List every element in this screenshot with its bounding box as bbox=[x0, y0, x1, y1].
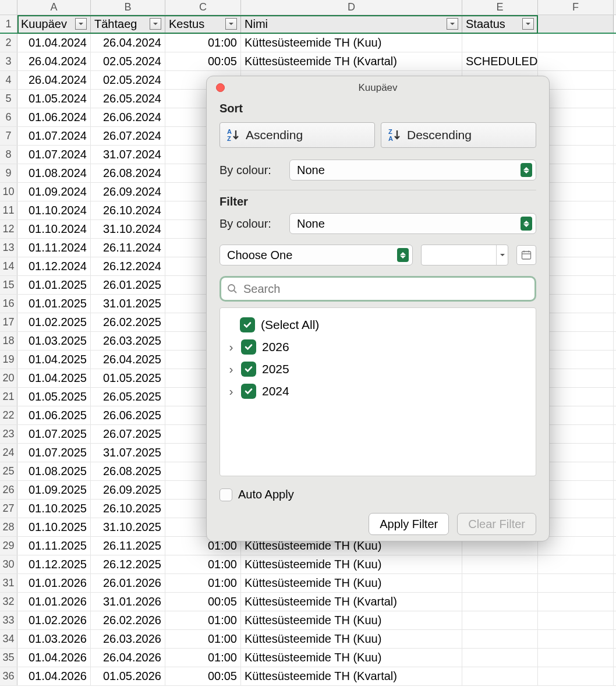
cell[interactable] bbox=[538, 34, 614, 52]
cell[interactable]: 26.02.2026 bbox=[91, 611, 165, 629]
date-picker-button[interactable] bbox=[516, 245, 536, 265]
cell[interactable]: 01.03.2025 bbox=[17, 332, 91, 350]
cell[interactable]: 01.05.2025 bbox=[17, 388, 91, 406]
cell[interactable]: Küttesüsteemide TH (Kvartal) bbox=[241, 593, 462, 611]
search-field[interactable] bbox=[243, 282, 529, 296]
cell[interactable]: 01.04.2024 bbox=[17, 34, 91, 52]
cell[interactable] bbox=[538, 611, 614, 629]
cell[interactable]: 01.07.2025 bbox=[17, 444, 91, 462]
row-header[interactable]: 7 bbox=[0, 127, 17, 145]
filter-condition-select[interactable]: Choose One bbox=[220, 245, 413, 265]
cell[interactable]: 26.04.2026 bbox=[91, 649, 165, 667]
row-header[interactable]: 28 bbox=[0, 518, 17, 536]
cell[interactable]: 26.07.2024 bbox=[91, 127, 165, 145]
chevron-right-icon[interactable]: › bbox=[227, 362, 235, 376]
row-header[interactable]: 35 bbox=[0, 649, 17, 667]
cell[interactable] bbox=[462, 611, 538, 629]
cell[interactable]: 01.04.2026 bbox=[17, 667, 91, 685]
cell[interactable] bbox=[462, 574, 538, 592]
cell[interactable] bbox=[538, 593, 614, 611]
cell[interactable]: 26.08.2024 bbox=[91, 164, 165, 182]
cell[interactable]: 02.05.2024 bbox=[91, 71, 165, 89]
cell[interactable]: 26.11.2024 bbox=[91, 239, 165, 257]
cell[interactable]: 26.04.2024 bbox=[91, 34, 165, 52]
row-header[interactable]: 6 bbox=[0, 108, 17, 126]
cell[interactable]: 26.11.2025 bbox=[91, 537, 165, 555]
row-header[interactable]: 1 bbox=[0, 15, 17, 33]
cell[interactable] bbox=[538, 630, 614, 648]
cell[interactable]: 26.03.2025 bbox=[91, 332, 165, 350]
row-header[interactable]: 5 bbox=[0, 90, 17, 108]
cell[interactable]: 26.12.2025 bbox=[91, 555, 165, 573]
cell[interactable]: 31.10.2024 bbox=[91, 220, 165, 238]
col-header-C[interactable]: C bbox=[165, 0, 241, 15]
cell[interactable]: 01.10.2024 bbox=[17, 220, 91, 238]
cell[interactable]: 01.06.2025 bbox=[17, 406, 91, 424]
sort-descending-button[interactable]: Z A Descending bbox=[381, 122, 536, 148]
header-cell-nimi[interactable]: Nimi bbox=[241, 15, 462, 33]
cell[interactable]: 01.08.2024 bbox=[17, 164, 91, 182]
cell[interactable] bbox=[538, 555, 614, 573]
cell[interactable]: 26.03.2026 bbox=[91, 630, 165, 648]
row-header[interactable]: 20 bbox=[0, 369, 17, 387]
cell[interactable]: Küttesüsteemide TH (Kuu) bbox=[241, 555, 462, 573]
cell[interactable] bbox=[538, 574, 614, 592]
row-header[interactable]: 16 bbox=[0, 295, 17, 313]
col-header-D[interactable]: D bbox=[241, 0, 462, 15]
cell[interactable]: 01:00 bbox=[165, 574, 241, 592]
row-header[interactable]: 15 bbox=[0, 276, 17, 294]
row-header[interactable]: 17 bbox=[0, 313, 17, 331]
cell[interactable]: 01.11.2024 bbox=[17, 239, 91, 257]
chevron-right-icon[interactable]: › bbox=[227, 340, 235, 354]
cell[interactable]: Küttesüsteemide TH (Kuu) bbox=[241, 574, 462, 592]
cell[interactable]: 01.04.2026 bbox=[17, 649, 91, 667]
row-header[interactable]: 25 bbox=[0, 462, 17, 480]
row-header[interactable]: 4 bbox=[0, 71, 17, 89]
cell[interactable]: 01:00 bbox=[165, 649, 241, 667]
select-all-item[interactable]: (Select All) bbox=[227, 314, 529, 336]
dialog-titlebar[interactable]: Kuupäev bbox=[207, 76, 549, 100]
row-header[interactable]: 2 bbox=[0, 34, 17, 52]
filter-dropdown-button[interactable] bbox=[447, 18, 458, 30]
col-header-F[interactable]: F bbox=[538, 0, 614, 15]
cell[interactable]: 01.09.2025 bbox=[17, 481, 91, 499]
filter-search-input[interactable] bbox=[221, 278, 534, 300]
cell[interactable]: Küttesüsteemide TH (Kvartal) bbox=[241, 667, 462, 685]
cell[interactable]: 26.06.2025 bbox=[91, 406, 165, 424]
cell[interactable]: Küttesüsteemide TH (Kuu) bbox=[241, 649, 462, 667]
col-header-B[interactable]: B bbox=[91, 0, 165, 15]
row-header[interactable]: 19 bbox=[0, 350, 17, 369]
cell[interactable] bbox=[462, 593, 538, 611]
cell[interactable]: 26.07.2025 bbox=[91, 425, 165, 443]
clear-filter-button[interactable]: Clear Filter bbox=[457, 513, 536, 535]
cell[interactable]: 26.10.2025 bbox=[91, 500, 165, 518]
row-header[interactable]: 12 bbox=[0, 220, 17, 238]
cell[interactable]: 26.06.2024 bbox=[91, 108, 165, 126]
row-header[interactable]: 8 bbox=[0, 146, 17, 164]
filter-dropdown-button[interactable] bbox=[522, 18, 534, 30]
cell[interactable]: 26.01.2026 bbox=[91, 574, 165, 592]
cell[interactable]: 26.04.2025 bbox=[91, 350, 165, 369]
cell[interactable]: 01.07.2024 bbox=[17, 146, 91, 164]
cell[interactable]: 26.01.2025 bbox=[91, 276, 165, 294]
tree-year-item[interactable]: › 2025 bbox=[227, 358, 529, 380]
cell[interactable] bbox=[462, 649, 538, 667]
cell[interactable]: 01.04.2025 bbox=[17, 350, 91, 369]
cell[interactable]: 01.07.2024 bbox=[17, 127, 91, 145]
cell[interactable]: 31.10.2025 bbox=[91, 518, 165, 536]
filter-value-tree[interactable]: (Select All) › 2026 › 2025 › 2024 bbox=[220, 307, 536, 476]
cell[interactable]: 01.12.2024 bbox=[17, 257, 91, 275]
cell[interactable]: 26.09.2025 bbox=[91, 481, 165, 499]
header-cell-kuupaev[interactable]: Kuupäev bbox=[17, 15, 91, 33]
cell[interactable]: 31.01.2026 bbox=[91, 593, 165, 611]
cell[interactable]: 26.08.2025 bbox=[91, 462, 165, 480]
cell[interactable]: 26.09.2024 bbox=[91, 183, 165, 201]
row-header[interactable]: 22 bbox=[0, 406, 17, 424]
cell[interactable]: 26.12.2024 bbox=[91, 257, 165, 275]
filter-dropdown-button[interactable] bbox=[225, 18, 237, 30]
chevron-right-icon[interactable]: › bbox=[227, 384, 235, 398]
row-header[interactable]: 32 bbox=[0, 593, 17, 611]
close-button[interactable] bbox=[216, 83, 225, 92]
row-header[interactable]: 29 bbox=[0, 537, 17, 555]
row-header[interactable]: 24 bbox=[0, 444, 17, 462]
